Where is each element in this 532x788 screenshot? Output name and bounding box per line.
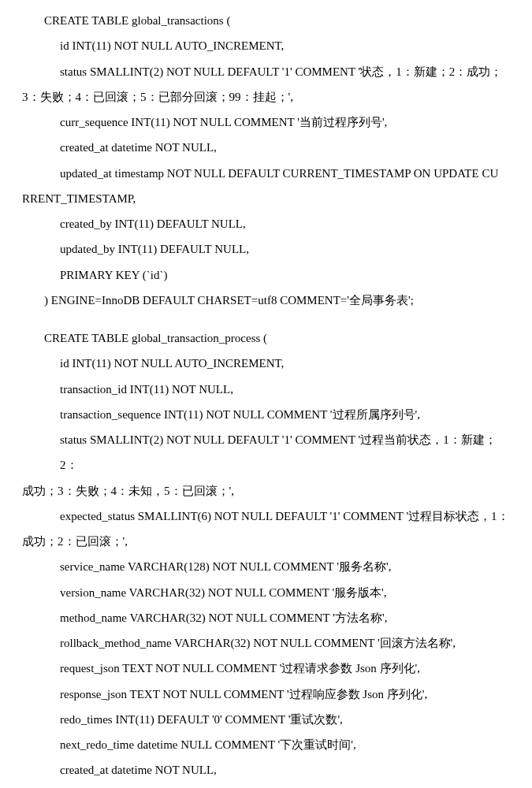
- code-line-wrap: 成功；2：已回滚；',: [22, 529, 510, 554]
- code-line: status SMALLINT(2) NOT NULL DEFAULT '1' …: [22, 427, 510, 478]
- code-text: CREATE TABLE global_transaction_process …: [44, 332, 267, 344]
- code-text: request_json TEXT NOT NULL COMMENT '过程请求…: [60, 662, 420, 675]
- code-text: updated_at timestamp NOT NULL DEFAULT CU…: [60, 167, 498, 180]
- spacer: [22, 313, 510, 325]
- code-line: created_at datetime NOT NULL,: [22, 135, 510, 160]
- code-line: expected_status SMALLINT(6) NOT NULL DEF…: [22, 504, 510, 529]
- code-line: created_by INT(11) DEFAULT NULL,: [22, 211, 510, 236]
- code-line: redo_times INT(11) DEFAULT '0' COMMENT '…: [22, 707, 510, 732]
- code-line: version_name VARCHAR(32) NOT NULL COMMEN…: [22, 580, 510, 605]
- code-line: updated_by INT(11) DEFAULT NULL,: [22, 236, 510, 262]
- code-line: id INT(11) NOT NULL AUTO_INCREMENT,: [22, 351, 510, 376]
- code-text: transaction_sequence INT(11) NOT NULL CO…: [60, 408, 420, 421]
- code-line: updated_at timestamp NOT NULL DEFAULT CU…: [22, 161, 510, 186]
- code-line: created_at datetime NOT NULL,: [22, 757, 510, 782]
- code-text: created_by INT(11) DEFAULT NULL,: [60, 217, 246, 230]
- code-text: service_name VARCHAR(128) NOT NULL COMME…: [60, 560, 391, 573]
- code-line: PRIMARY KEY (`id`): [22, 262, 510, 288]
- code-line: id INT(11) NOT NULL AUTO_INCREMENT,: [22, 33, 510, 58]
- code-text: curr_sequence INT(11) NOT NULL COMMENT '…: [60, 116, 387, 128]
- code-line: updated_at timestamp NOT NULL DEFAULT CU…: [22, 783, 510, 789]
- code-text: status SMALLINT(2) NOT NULL DEFAULT '1' …: [60, 433, 497, 471]
- code-line: CREATE TABLE global_transaction_process …: [22, 325, 510, 351]
- code-text: response_json TEXT NOT NULL COMMENT '过程响…: [60, 688, 427, 701]
- code-line: transaction_id INT(11) NOT NULL,: [22, 377, 510, 402]
- code-text: ) ENGINE=InnoDB DEFAULT CHARSET=utf8 COM…: [44, 294, 414, 307]
- code-line: rollback_method_name VARCHAR(32) NOT NUL…: [22, 630, 510, 656]
- code-text: redo_times INT(11) DEFAULT '0' COMMENT '…: [60, 713, 343, 726]
- code-text: status SMALLINT(2) NOT NULL DEFAULT '1' …: [60, 65, 502, 78]
- code-text: CREATE TABLE global_transactions (: [44, 14, 230, 27]
- code-line-wrap: 3：失败；4：已回滚；5：已部分回滚；99：挂起；',: [22, 84, 510, 110]
- code-text: 3：失败；4：已回滚；5：已部分回滚；99：挂起；',: [22, 91, 293, 103]
- code-line: transaction_sequence INT(11) NOT NULL CO…: [22, 402, 510, 427]
- code-text: 成功；2：已回滚；',: [22, 535, 128, 548]
- code-line-wrap: 成功；3：失败；4：未知，5：已回滚；',: [22, 478, 510, 504]
- code-text: RRENT_TIMESTAMP,: [22, 192, 136, 205]
- code-text: 成功；3：失败；4：未知，5：已回滚；',: [22, 485, 234, 497]
- code-text: method_name VARCHAR(32) NOT NULL COMMENT…: [60, 611, 387, 624]
- code-line: request_json TEXT NOT NULL COMMENT '过程请求…: [22, 656, 510, 681]
- code-text: next_redo_time datetime NULL COMMENT '下次…: [60, 738, 356, 751]
- code-line: method_name VARCHAR(32) NOT NULL COMMENT…: [22, 605, 510, 630]
- code-text: created_at datetime NOT NULL,: [60, 141, 217, 154]
- sql-document: CREATE TABLE global_transactions ( id IN…: [22, 8, 510, 788]
- code-text: PRIMARY KEY (`id`): [60, 269, 167, 281]
- code-line: curr_sequence INT(11) NOT NULL COMMENT '…: [22, 110, 510, 135]
- code-text: transaction_id INT(11) NOT NULL,: [60, 383, 233, 396]
- code-line: service_name VARCHAR(128) NOT NULL COMME…: [22, 554, 510, 579]
- code-line: status SMALLINT(2) NOT NULL DEFAULT '1' …: [22, 59, 510, 84]
- code-text: created_at datetime NOT NULL,: [60, 764, 217, 776]
- code-line: response_json TEXT NOT NULL COMMENT '过程响…: [22, 682, 510, 707]
- code-text: id INT(11) NOT NULL AUTO_INCREMENT,: [60, 39, 284, 52]
- code-text: id INT(11) NOT NULL AUTO_INCREMENT,: [60, 357, 284, 370]
- code-line-wrap: RRENT_TIMESTAMP,: [22, 186, 510, 211]
- code-text: rollback_method_name VARCHAR(32) NOT NUL…: [60, 637, 456, 649]
- code-line: next_redo_time datetime NULL COMMENT '下次…: [22, 732, 510, 757]
- code-line: ) ENGINE=InnoDB DEFAULT CHARSET=utf8 COM…: [22, 288, 510, 313]
- code-line: CREATE TABLE global_transactions (: [22, 8, 510, 33]
- code-text: expected_status SMALLINT(6) NOT NULL DEF…: [60, 510, 509, 522]
- code-text: version_name VARCHAR(32) NOT NULL COMMEN…: [60, 586, 387, 599]
- code-text: updated_by INT(11) DEFAULT NULL,: [60, 243, 249, 255]
